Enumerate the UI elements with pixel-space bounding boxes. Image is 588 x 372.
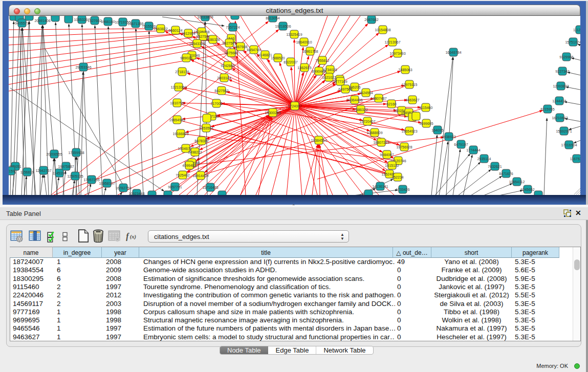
svg-text:19166825: 19166825 bbox=[172, 132, 188, 136]
svg-text:7485063: 7485063 bbox=[398, 68, 412, 72]
svg-text:6479197: 6479197 bbox=[454, 143, 468, 146]
svg-text:8454749: 8454749 bbox=[247, 48, 260, 52]
svg-text:7386322: 7386322 bbox=[354, 108, 367, 112]
svg-text:9857791: 9857791 bbox=[168, 185, 182, 189]
svg-text:18807249: 18807249 bbox=[373, 141, 389, 144]
svg-text:19218506: 19218506 bbox=[275, 25, 291, 28]
svg-text:1353594: 1353594 bbox=[199, 126, 213, 130]
svg-text:f: f bbox=[126, 232, 129, 241]
svg-text:17957255: 17957255 bbox=[83, 178, 99, 182]
svg-text:19384554: 19384554 bbox=[311, 139, 326, 142]
svg-text:1527602: 1527602 bbox=[88, 19, 101, 23]
svg-text:8678332: 8678332 bbox=[194, 139, 208, 143]
svg-text:1588520: 1588520 bbox=[271, 56, 285, 60]
svg-text:20691406: 20691406 bbox=[34, 19, 50, 23]
svg-text:15751074: 15751074 bbox=[565, 40, 580, 44]
svg-text:19654923: 19654923 bbox=[401, 129, 417, 133]
svg-text:10154808: 10154808 bbox=[375, 28, 390, 32]
svg-text:15692971: 15692971 bbox=[556, 129, 572, 133]
svg-text:20206555: 20206555 bbox=[46, 152, 62, 156]
svg-text:9777169: 9777169 bbox=[333, 80, 347, 83]
svg-text:14136141: 14136141 bbox=[372, 185, 388, 188]
svg-text:19654985: 19654985 bbox=[169, 118, 185, 122]
svg-text:17016504: 17016504 bbox=[561, 143, 577, 147]
svg-text:62160: 62160 bbox=[386, 102, 397, 106]
svg-text:1810755: 1810755 bbox=[170, 101, 184, 105]
svg-text:2935114: 2935114 bbox=[477, 157, 491, 161]
svg-text:12505135: 12505135 bbox=[67, 174, 83, 178]
svg-text:15720407: 15720407 bbox=[359, 120, 375, 123]
svg-text:19756928: 19756928 bbox=[396, 145, 412, 149]
svg-text:8427552: 8427552 bbox=[214, 89, 228, 93]
svg-text:16543382: 16543382 bbox=[189, 42, 205, 46]
svg-text:9327505: 9327505 bbox=[222, 41, 236, 45]
svg-text:4099489: 4099489 bbox=[182, 164, 196, 167]
svg-text:18640910: 18640910 bbox=[296, 40, 312, 44]
svg-text:3624554: 3624554 bbox=[359, 91, 373, 95]
svg-text:1724007: 1724007 bbox=[288, 104, 301, 108]
svg-text:15300285: 15300285 bbox=[265, 111, 280, 115]
svg-text:8186328: 8186328 bbox=[206, 38, 220, 41]
svg-text:12213369: 12213369 bbox=[170, 85, 186, 89]
svg-text:20364436: 20364436 bbox=[346, 98, 362, 102]
svg-text:1244415: 1244415 bbox=[552, 99, 566, 103]
svg-text:7357224: 7357224 bbox=[226, 26, 239, 29]
svg-text:1774444: 1774444 bbox=[466, 148, 480, 152]
svg-text:13325419: 13325419 bbox=[286, 33, 302, 36]
svg-text:8660124: 8660124 bbox=[168, 29, 182, 32]
svg-text:10958107: 10958107 bbox=[99, 182, 115, 185]
svg-text:1156819: 1156819 bbox=[20, 170, 34, 174]
svg-text:6497508: 6497508 bbox=[338, 87, 352, 91]
svg-text:1167533: 1167533 bbox=[570, 157, 580, 161]
svg-text:717006: 717006 bbox=[210, 102, 222, 105]
svg-text:8938923: 8938923 bbox=[442, 135, 455, 139]
svg-text:9084067: 9084067 bbox=[380, 153, 394, 157]
svg-text:6966160: 6966160 bbox=[101, 20, 115, 24]
svg-text:12975115: 12975115 bbox=[402, 83, 418, 86]
svg-text:3498222: 3498222 bbox=[188, 150, 202, 154]
svg-text:12213967: 12213967 bbox=[384, 40, 400, 44]
svg-text:9115460: 9115460 bbox=[419, 106, 433, 110]
svg-text:8813054: 8813054 bbox=[266, 16, 279, 20]
svg-text:7955812: 7955812 bbox=[315, 59, 329, 62]
svg-text:12093873: 12093873 bbox=[553, 84, 569, 88]
svg-text:9405571: 9405571 bbox=[15, 21, 29, 25]
svg-text:8471676: 8471676 bbox=[499, 172, 513, 176]
svg-text:9699695: 9699695 bbox=[419, 122, 433, 125]
svg-text:252234: 252234 bbox=[391, 176, 403, 179]
svg-text:10654112: 10654112 bbox=[509, 180, 525, 184]
svg-text:989028: 989028 bbox=[180, 56, 192, 60]
svg-text:19975887: 19975887 bbox=[58, 165, 74, 168]
svg-text:7625402: 7625402 bbox=[176, 173, 189, 177]
svg-text:16671355: 16671355 bbox=[127, 22, 143, 26]
svg-text:7663822: 7663822 bbox=[154, 27, 167, 31]
svg-text:9242845: 9242845 bbox=[221, 64, 234, 68]
svg-text:8322037: 8322037 bbox=[284, 60, 297, 64]
svg-text:2867608: 2867608 bbox=[233, 45, 247, 49]
svg-text:3875685: 3875685 bbox=[224, 51, 238, 55]
svg-text:16033809: 16033809 bbox=[197, 16, 213, 19]
svg-text:10973493: 10973493 bbox=[389, 52, 405, 55]
svg-text:9227342: 9227342 bbox=[555, 70, 569, 73]
svg-text:(x): (x) bbox=[130, 234, 136, 240]
svg-text:16782759: 16782759 bbox=[115, 186, 131, 190]
svg-text:10923448: 10923448 bbox=[128, 192, 144, 195]
svg-text:29053346: 29053346 bbox=[75, 65, 91, 69]
svg-text:15716485: 15716485 bbox=[202, 186, 218, 189]
svg-text:1621022: 1621022 bbox=[322, 76, 336, 79]
svg-text:16914479: 16914479 bbox=[192, 174, 208, 178]
svg-text:10807487: 10807487 bbox=[371, 97, 386, 100]
svg-text:2803144: 2803144 bbox=[217, 76, 231, 80]
svg-text:1145194: 1145194 bbox=[53, 171, 67, 175]
svg-text:2718176: 2718176 bbox=[175, 70, 189, 74]
svg-text:12942757: 12942757 bbox=[35, 169, 51, 172]
svg-text:16210643: 16210643 bbox=[552, 116, 568, 120]
svg-text:1362615: 1362615 bbox=[297, 66, 311, 70]
svg-text:16961758: 16961758 bbox=[302, 50, 318, 53]
svg-text:1615132: 1615132 bbox=[385, 164, 399, 167]
svg-text:1733426: 1733426 bbox=[396, 188, 409, 191]
svg-text:16648784: 16648784 bbox=[445, 51, 461, 54]
svg-text:8215955: 8215955 bbox=[540, 107, 554, 111]
svg-text:10688609: 10688609 bbox=[366, 131, 382, 135]
svg-text:9463627: 9463627 bbox=[405, 98, 419, 102]
